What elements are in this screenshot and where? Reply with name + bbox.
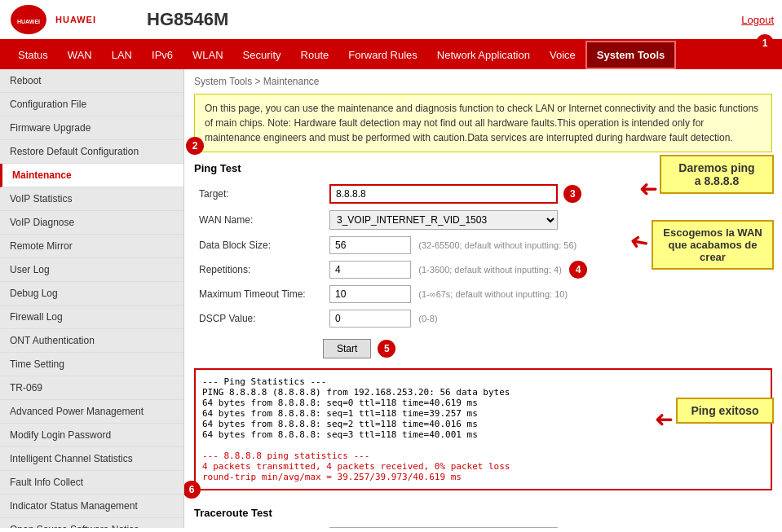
traceroute-form: Target: * [194, 524, 772, 528]
nav-network-app[interactable]: Network Application [427, 42, 540, 68]
sidebar-item-config-file[interactable]: Configuration File [0, 93, 183, 117]
repetitions-input[interactable] [329, 261, 411, 279]
wan-name-label: WAN Name: [194, 207, 325, 233]
sidebar-item-indicator[interactable]: Indicator Status Management [0, 495, 183, 518]
sidebar-item-modify-login[interactable]: Modify Login Password [0, 424, 183, 447]
sidebar-item-voip-diagnose[interactable]: VoIP Diagnose [0, 211, 183, 235]
traceroute-target-input[interactable] [329, 527, 558, 528]
sidebar-item-time-setting[interactable]: Time Setting [0, 353, 183, 376]
sidebar-item-ont-auth[interactable]: ONT Authentication [0, 329, 183, 353]
huawei-logo: HUAWEI [8, 3, 49, 36]
ping-test-section: Ping Test Target: 3 WAN Name: 3_VOIP_INT… [194, 162, 772, 490]
sidebar-item-firmware[interactable]: Firmware Upgrade [0, 117, 183, 140]
wan-name-select[interactable]: 3_VOIP_INTERNET_R_VID_1503 1_TR069_INTER… [329, 210, 558, 230]
content-area: System Tools > Maintenance On this page,… [184, 69, 782, 528]
sidebar-item-maintenance[interactable]: Maintenance [0, 164, 183, 187]
data-block-input[interactable] [329, 236, 411, 254]
info-box: On this page, you can use the maintenanc… [194, 94, 772, 152]
target-row: Target: 3 [194, 181, 772, 207]
nav-wan[interactable]: WAN [58, 42, 102, 68]
logo-area: HUAWEI HUAWEI [8, 3, 139, 36]
start-button[interactable]: Start [323, 339, 371, 358]
timeout-row: Maximum Timeout Time: (1-∞67s; default w… [194, 282, 772, 306]
badge-5: 5 [378, 340, 395, 358]
device-title: HG8546M [147, 9, 228, 30]
dscp-label: DSCP Value: [194, 306, 325, 331]
data-block-hint: (32-65500; default without inputting: 56… [418, 240, 577, 250]
logout-button[interactable]: Logout [741, 14, 774, 26]
traceroute-target-row: Target: * [194, 524, 772, 528]
ping-form-table: Target: 3 WAN Name: 3_VOIP_INTERNET_R_VI… [194, 181, 772, 331]
page-header: HUAWEI HUAWEI HG8546M Logout [0, 0, 782, 41]
info-text: On this page, you can use the maintenanc… [205, 103, 758, 143]
sidebar-item-apm[interactable]: Advanced Power Management [0, 400, 183, 424]
data-block-row: Data Block Size: (32-65500; default with… [194, 233, 772, 257]
breadcrumb-text: System Tools > Maintenance [194, 76, 320, 87]
ping-test-title: Ping Test [194, 162, 772, 174]
ping-output-box: --- Ping Statistics --- PING 8.8.8.8 (8.… [194, 368, 772, 490]
sidebar-item-restore[interactable]: Restore Default Configuration [0, 140, 183, 164]
nav-ipv6[interactable]: IPv6 [142, 42, 183, 68]
sidebar-item-user-log[interactable]: User Log [0, 258, 183, 282]
badge-3: 3 [563, 185, 581, 203]
dscp-input[interactable] [329, 310, 411, 328]
sidebar-item-remote-mirror[interactable]: Remote Mirror [0, 235, 183, 258]
sidebar-item-ics[interactable]: Intelligent Channel Statistics [0, 447, 183, 471]
repetitions-hint: (1-3600; default without inputting: 4) [418, 265, 562, 275]
nav-voice[interactable]: Voice [540, 42, 585, 68]
repetitions-label: Repetitions: [194, 257, 325, 282]
timeout-label: Maximum Timeout Time: [194, 282, 325, 306]
repetitions-row: Repetitions: (1-3600; default without in… [194, 257, 772, 282]
ping-stats: --- 8.8.8.8 ping statistics --- 4 packet… [202, 451, 510, 482]
target-label: Target: [194, 181, 325, 207]
target-input[interactable] [329, 184, 558, 204]
wan-name-row: WAN Name: 3_VOIP_INTERNET_R_VID_1503 1_T… [194, 207, 772, 233]
badge-6: 6 [184, 481, 201, 499]
breadcrumb: System Tools > Maintenance [194, 76, 772, 87]
sidebar-item-tr069[interactable]: TR-069 [0, 376, 183, 400]
dscp-hint: (0-8) [418, 314, 437, 323]
main-layout: Reboot Configuration File Firmware Upgra… [0, 69, 782, 528]
timeout-hint: (1-∞67s; default without inputting: 10) [418, 289, 568, 299]
nav-wlan[interactable]: WLAN [183, 42, 233, 68]
logout-area: Logout [741, 14, 774, 26]
nav-system-tools[interactable]: System Tools [585, 41, 677, 69]
sidebar: Reboot Configuration File Firmware Upgra… [0, 69, 184, 528]
nav-forward-rules[interactable]: Forward Rules [338, 42, 427, 68]
traceroute-section: Traceroute Test Target: * [194, 507, 772, 528]
sidebar-item-reboot[interactable]: Reboot [0, 69, 183, 93]
sidebar-item-debug-log[interactable]: Debug Log [0, 282, 183, 306]
sidebar-item-voip-stats[interactable]: VoIP Statistics [0, 187, 183, 211]
sidebar-item-fault-info[interactable]: Fault Info Collect [0, 471, 183, 495]
sidebar-item-firewall-log[interactable]: Firewall Log [0, 306, 183, 329]
traceroute-target-label: Target: [194, 524, 325, 528]
traceroute-title: Traceroute Test [194, 507, 772, 519]
dscp-row: DSCP Value: (0-8) [194, 306, 772, 331]
nav-route[interactable]: Route [291, 42, 339, 68]
brand-name: HUAWEI [55, 15, 96, 24]
nav-status[interactable]: Status [8, 42, 58, 68]
nav-lan[interactable]: LAN [102, 42, 142, 68]
data-block-label: Data Block Size: [194, 233, 325, 257]
badge-4: 4 [569, 261, 587, 279]
nav-bar: Status WAN LAN IPv6 WLAN Security Route … [0, 41, 782, 69]
sidebar-item-oss-notice[interactable]: Open Source Software Notice [0, 518, 183, 528]
nav-security[interactable]: Security [233, 42, 291, 68]
svg-text:HUAWEI: HUAWEI [17, 19, 40, 24]
timeout-input[interactable] [329, 285, 411, 303]
